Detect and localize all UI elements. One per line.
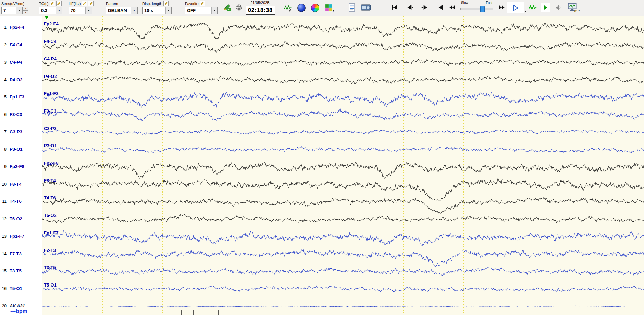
channel-label[interactable]: F4-C4: [10, 42, 22, 47]
pencil-icon[interactable]: [82, 1, 87, 6]
skip-to-end-button[interactable]: [433, 2, 446, 13]
pencil-icon[interactable]: [88, 1, 94, 6]
chevron-down-icon[interactable]: ▼: [131, 7, 137, 14]
trace-label: F8-T4: [44, 178, 56, 183]
trace-label: T3-T5: [44, 265, 56, 270]
channel-number: 3: [1, 60, 7, 65]
channel-number: 15: [1, 269, 7, 273]
spin-down-icon[interactable]: ▼: [23, 11, 28, 14]
trace-label: F7-T3: [44, 248, 56, 253]
eeg-viewer-window: Sens(uV/mm) 7▼ ▲▼ TC(s) 0.3▼ HF(Hz): [0, 0, 644, 315]
chevron-down-icon[interactable]: ▼: [16, 7, 22, 14]
channel-label[interactable]: Fp1-F7: [10, 234, 24, 239]
channel-label[interactable]: T3-T5: [10, 268, 22, 273]
channel-label[interactable]: Fp1-F3: [10, 94, 24, 100]
channel-label[interactable]: F8-T4: [10, 182, 22, 187]
trace-label: C3-P3: [44, 126, 57, 131]
blue-sphere-icon: [297, 4, 306, 12]
display-settings-button[interactable]: ▾: [567, 2, 578, 13]
channel-label[interactable]: F3-C3: [10, 112, 22, 117]
channel-number: 9: [1, 164, 7, 169]
pattern-value: DBLBAN: [108, 8, 127, 13]
channel-number: 16: [1, 286, 7, 291]
speed-slider[interactable]: Slow Fast: [460, 1, 493, 15]
sens-value: 7: [3, 8, 6, 13]
eeg-trace-canvas[interactable]: [42, 16, 644, 315]
channel-label[interactable]: C4-P4: [10, 60, 22, 65]
disp-length-value: 10 s: [144, 8, 153, 13]
rewind-button[interactable]: [446, 2, 459, 13]
chevron-down-icon[interactable]: ▼: [165, 7, 171, 14]
eeg-wave-view-button[interactable]: [528, 3, 538, 12]
step-forward-button[interactable]: [418, 2, 431, 13]
channel-label[interactable]: T5-O1: [10, 286, 22, 291]
pencil-icon[interactable]: [163, 1, 169, 6]
pencil-icon[interactable]: [50, 1, 55, 6]
hf-combo[interactable]: 70▼: [69, 7, 92, 14]
disp-length-combo[interactable]: 10 s▼: [142, 7, 172, 14]
trace-label: F3-C3: [44, 108, 56, 114]
channel-number: 12: [1, 217, 7, 221]
channel-label[interactable]: T6-O2: [10, 216, 22, 221]
channel-label[interactable]: Fp2-F8: [10, 164, 24, 169]
fast-forward-button[interactable]: [495, 2, 508, 13]
trace-label: T5-O1: [44, 282, 57, 288]
step-back-button[interactable]: [403, 2, 416, 13]
skip-to-start-button[interactable]: [388, 2, 401, 13]
channel-label[interactable]: P4-O2: [10, 77, 23, 82]
settings-button[interactable]: [235, 3, 243, 12]
record-time: 02:18:38: [246, 6, 275, 15]
chevron-down-icon[interactable]: ▼: [211, 7, 217, 14]
toolbar: Sens(uV/mm) 7▼ ▲▼ TC(s) 0.3▼ HF(Hz): [0, 0, 644, 16]
tc-label: TC(s): [39, 2, 49, 6]
video-button[interactable]: [360, 3, 372, 12]
position-marker-icon[interactable]: [45, 16, 49, 19]
channel-label[interactable]: F7-T3: [10, 251, 22, 256]
channel-number: 14: [1, 252, 7, 256]
channel-label[interactable]: P3-O1: [10, 147, 23, 152]
slider-track[interactable]: [460, 8, 493, 10]
channel-number: 11: [1, 199, 7, 204]
topo-map-color-button[interactable]: [311, 3, 320, 12]
channel-label[interactable]: AV-A31: [10, 303, 25, 308]
colormap-button[interactable]: ▾: [324, 3, 333, 12]
spin-up-icon[interactable]: ▲: [23, 7, 28, 11]
rewind-icon: [449, 5, 456, 10]
disp-length-group: Disp. length 10 s▼: [142, 1, 172, 14]
favorite-label: Favorite: [185, 2, 199, 6]
play-button[interactable]: [507, 2, 524, 13]
chevron-down-icon[interactable]: ▾: [578, 9, 580, 12]
green-wave-icon: [529, 4, 537, 11]
sens-spinner[interactable]: ▲▼: [23, 7, 28, 14]
favorite-combo[interactable]: OFF▼: [185, 7, 218, 14]
channel-label[interactable]: Fp2-F4: [10, 25, 24, 30]
chevron-down-icon[interactable]: ▾: [333, 9, 334, 12]
chevron-down-icon[interactable]: ▼: [56, 7, 62, 14]
pencil-icon[interactable]: [200, 1, 205, 6]
report-list-button[interactable]: [347, 2, 357, 13]
channel-number: 1: [1, 25, 7, 30]
ac-filter-badge: 50: [227, 8, 231, 11]
trace-area[interactable]: Fp2-F4F4-C4C4-P4P4-O2Fp1-F3F3-C3C3-P3P3-…: [42, 16, 644, 315]
sens-combo[interactable]: 7▼: [1, 7, 23, 14]
pattern-combo[interactable]: DBLBAN▼: [106, 7, 138, 14]
slider-handle[interactable]: [480, 6, 485, 12]
audio-button[interactable]: [555, 4, 562, 11]
trace-label: F4-C4: [44, 39, 56, 44]
wave-edit-button[interactable]: [283, 3, 293, 12]
topo-map-blue-button[interactable]: [297, 3, 306, 12]
tc-combo[interactable]: 0.3▼: [39, 7, 62, 14]
channel-label[interactable]: C3-P3: [10, 129, 22, 135]
marker-pen-button[interactable]: 50: [221, 2, 232, 13]
channel-label[interactable]: T4-T6: [10, 199, 22, 204]
chevron-down-icon[interactable]: ▾: [525, 10, 526, 13]
wave-pen-icon: [284, 4, 292, 12]
step-forward-icon: [421, 5, 428, 10]
pencil-icon[interactable]: [56, 1, 62, 6]
slider-slow-label: Slow: [461, 1, 468, 5]
trace-label: Fp1-F7: [44, 230, 59, 235]
pattern-label: Pattern: [106, 2, 118, 6]
chevron-down-icon[interactable]: ▼: [85, 7, 92, 14]
channel-number: 4: [1, 78, 7, 82]
green-play-button[interactable]: [541, 3, 550, 12]
